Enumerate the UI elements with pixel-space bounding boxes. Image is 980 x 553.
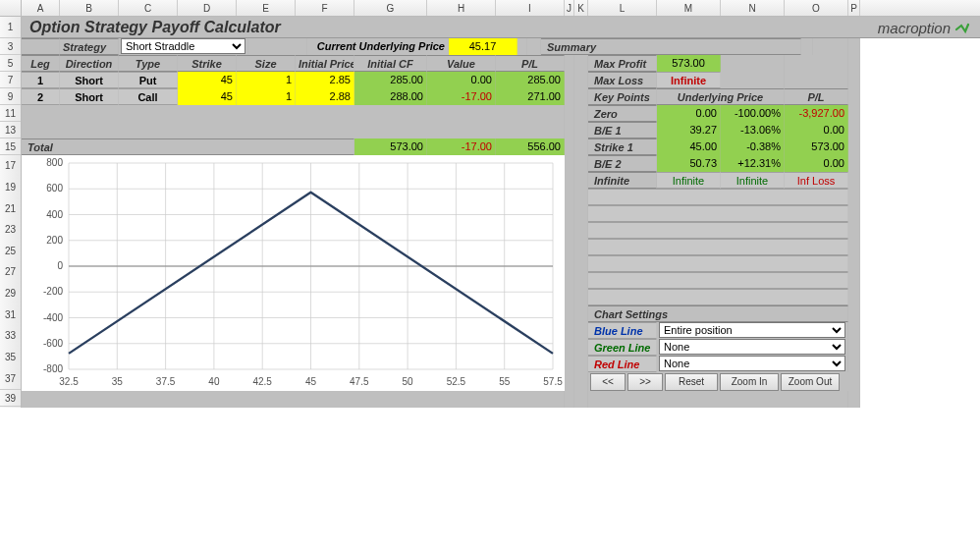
svg-text:200: 200: [46, 235, 63, 246]
svg-text:47.5: 47.5: [350, 376, 369, 387]
cup-label: Current Underlying Price: [307, 38, 449, 55]
zoom-out-button[interactable]: Zoom Out: [781, 373, 840, 391]
brand-logo: macroption: [878, 17, 980, 37]
svg-text:40: 40: [208, 376, 220, 387]
svg-text:55: 55: [499, 376, 511, 387]
page-title: Option Strategy Payoff Calculator: [22, 17, 878, 37]
reset-button[interactable]: Reset: [665, 373, 718, 391]
green-line-label: Green Line: [588, 339, 657, 356]
zoom-in-button[interactable]: Zoom In: [720, 373, 779, 391]
total-pl: 556.00: [496, 138, 565, 155]
strategy-label: [22, 38, 60, 55]
leg-row: 1 Short Put 45 1 2.85 285.00 0.00 285.00…: [22, 72, 980, 88]
svg-text:0: 0: [57, 260, 63, 271]
svg-text:-800: -800: [43, 363, 63, 374]
svg-text:600: 600: [46, 183, 63, 194]
summary-header: Summary: [541, 38, 801, 55]
red-line-select[interactable]: None: [659, 356, 845, 371]
total-value: -17.00: [427, 138, 496, 155]
strategy-select[interactable]: Short Straddle: [121, 38, 245, 54]
max-profit-value: 573.00: [657, 55, 721, 72]
scroll-right-button[interactable]: >>: [627, 373, 663, 391]
total-icf: 573.00: [354, 138, 427, 155]
svg-text:35: 35: [112, 376, 124, 387]
row-headers: 1 3 5 7 9 11 13 15 17 19 21 23 25 27 29 …: [0, 17, 22, 408]
green-line-select[interactable]: None: [659, 339, 845, 355]
svg-text:32.5: 32.5: [59, 376, 79, 387]
column-headers: A B C D E F G H I J K L M N O P: [0, 0, 980, 17]
cup-value[interactable]: 45.17: [449, 38, 517, 55]
red-line-label: Red Line: [588, 356, 657, 372]
keypoints-header: Key Points: [588, 88, 657, 105]
leg-row: 2 Short Call 45 1 2.88 288.00 -17.00 271…: [22, 88, 980, 105]
max-loss-value: Infinite: [657, 72, 721, 88]
max-profit-label: Max Profit: [588, 55, 657, 72]
svg-text:-200: -200: [43, 286, 63, 297]
blue-line-select[interactable]: Entire position: [659, 322, 845, 338]
svg-text:57.5: 57.5: [543, 376, 563, 387]
svg-text:-600: -600: [43, 338, 63, 349]
payoff-chart: -800-600-400-200020040060080032.53537.54…: [22, 155, 565, 391]
svg-text:-400: -400: [43, 312, 63, 323]
svg-text:800: 800: [46, 157, 63, 168]
svg-text:42.5: 42.5: [252, 376, 272, 387]
chart-settings-header: Chart Settings: [588, 305, 848, 322]
blue-line-label: Blue Line: [588, 322, 657, 339]
svg-text:45: 45: [305, 376, 317, 387]
svg-text:50: 50: [403, 376, 414, 387]
svg-text:37.5: 37.5: [156, 376, 176, 387]
svg-text:400: 400: [46, 209, 63, 220]
svg-text:52.5: 52.5: [447, 376, 466, 387]
max-loss-label: Max Loss: [588, 72, 657, 88]
total-label: Total: [22, 138, 354, 155]
scroll-left-button[interactable]: <<: [590, 373, 626, 391]
brand-check-icon: [954, 21, 970, 36]
